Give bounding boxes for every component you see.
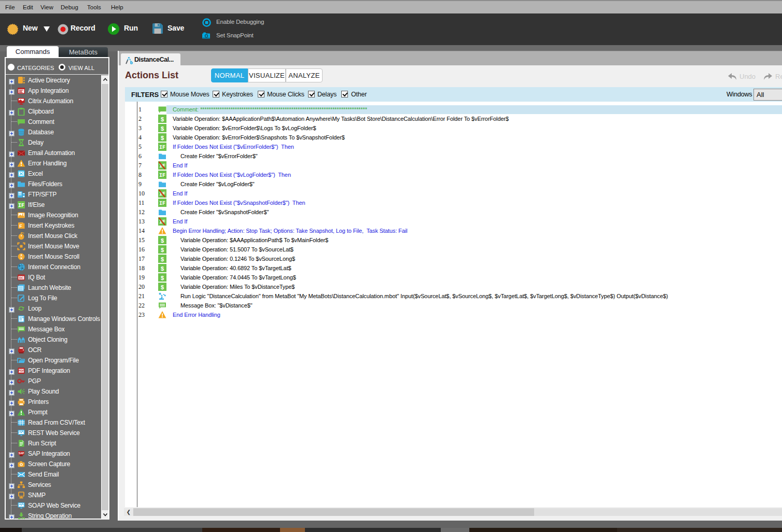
svg-text:SAP: SAP <box>19 452 24 455</box>
svg-text:$: $ <box>161 284 164 290</box>
svg-text:$: $ <box>161 237 164 244</box>
svg-text:IF: IF <box>18 203 24 208</box>
svg-text:$: $ <box>161 125 164 132</box>
svg-text:$: $ <box>161 256 164 262</box>
svg-text:$: $ <box>161 135 164 141</box>
svg-text:IF: IF <box>159 173 165 178</box>
svg-text:DC: DC <box>19 276 24 279</box>
svg-text:IF: IF <box>159 201 165 206</box>
svg-text:$: $ <box>161 247 164 253</box>
svg-text:F: F <box>19 223 22 229</box>
svg-text:$: $ <box>161 265 164 272</box>
svg-text:$: $ <box>161 116 164 122</box>
svg-text:PDF: PDF <box>19 369 25 372</box>
svg-text:$: $ <box>161 275 164 281</box>
svg-text:IF: IF <box>159 145 165 150</box>
